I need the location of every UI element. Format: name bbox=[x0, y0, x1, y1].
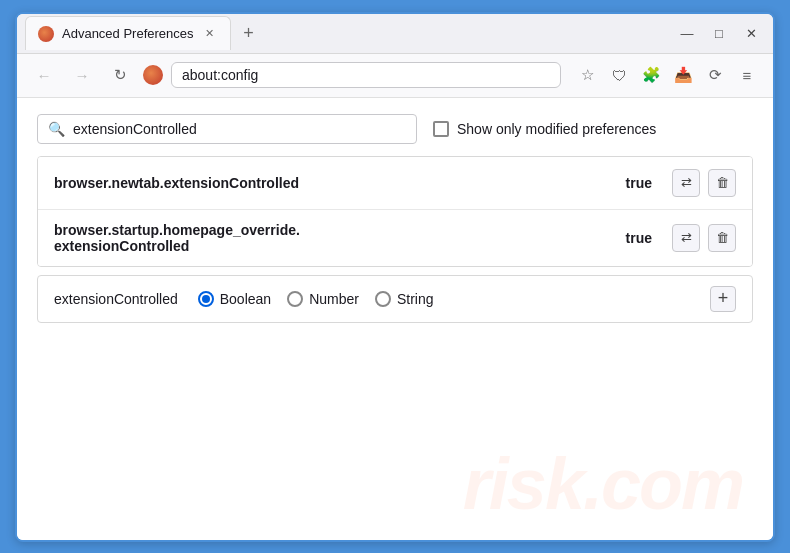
radio-string-label: String bbox=[397, 291, 434, 307]
search-box[interactable]: 🔍 bbox=[37, 114, 417, 144]
radio-string[interactable]: String bbox=[375, 291, 434, 307]
window-controls: — □ ✕ bbox=[673, 19, 765, 47]
pref-name-2-line2: extensionControlled bbox=[54, 238, 189, 254]
nav-bar: ← → ↻ about:config ☆ 🛡 🧩 📥 ⟳ ≡ bbox=[17, 54, 773, 98]
tab-favicon bbox=[38, 26, 54, 42]
radio-number-circle[interactable] bbox=[287, 291, 303, 307]
extension-icon[interactable]: 🧩 bbox=[637, 61, 665, 89]
menu-icon[interactable]: ≡ bbox=[733, 61, 761, 89]
sync-icon[interactable]: ⟳ bbox=[701, 61, 729, 89]
refresh-icon: ↻ bbox=[114, 66, 127, 84]
show-modified-label[interactable]: Show only modified preferences bbox=[433, 121, 656, 137]
results-table: browser.newtab.extensionControlled true … bbox=[37, 156, 753, 267]
add-pref-button[interactable]: + bbox=[710, 286, 736, 312]
row-2-actions: ⇄ 🗑 bbox=[672, 224, 736, 252]
pref-value-2: true bbox=[626, 230, 652, 246]
minimize-button[interactable]: — bbox=[673, 19, 701, 47]
arrows-icon-2: ⇄ bbox=[681, 230, 692, 245]
search-input[interactable] bbox=[73, 121, 406, 137]
browser-window: Advanced Preferences ✕ + — □ ✕ ← → ↻ abo… bbox=[15, 12, 775, 542]
pref-name-2: browser.startup.homepage_override. exten… bbox=[54, 222, 614, 254]
show-modified-checkbox[interactable] bbox=[433, 121, 449, 137]
firefox-logo bbox=[143, 65, 163, 85]
nav-icons-group: ☆ 🛡 🧩 📥 ⟳ ≡ bbox=[573, 61, 761, 89]
delete-button-2[interactable]: 🗑 bbox=[708, 224, 736, 252]
pref-value-1: true bbox=[626, 175, 652, 191]
toggle-button-2[interactable]: ⇄ bbox=[672, 224, 700, 252]
trash-icon-2: 🗑 bbox=[716, 230, 729, 245]
download-icon[interactable]: 📥 bbox=[669, 61, 697, 89]
new-pref-name: extensionControlled bbox=[54, 291, 178, 307]
table-row: browser.startup.homepage_override. exten… bbox=[38, 210, 752, 266]
radio-string-circle[interactable] bbox=[375, 291, 391, 307]
arrows-icon: ⇄ bbox=[681, 175, 692, 190]
refresh-button[interactable]: ↻ bbox=[105, 60, 135, 90]
radio-number[interactable]: Number bbox=[287, 291, 359, 307]
pref-name-1: browser.newtab.extensionControlled bbox=[54, 175, 614, 191]
radio-number-label: Number bbox=[309, 291, 359, 307]
back-button[interactable]: ← bbox=[29, 60, 59, 90]
browser-tab[interactable]: Advanced Preferences ✕ bbox=[25, 16, 231, 50]
close-button[interactable]: ✕ bbox=[737, 19, 765, 47]
delete-button-1[interactable]: 🗑 bbox=[708, 169, 736, 197]
watermark: risk.com bbox=[463, 448, 743, 520]
new-tab-button[interactable]: + bbox=[235, 19, 263, 47]
forward-button[interactable]: → bbox=[67, 60, 97, 90]
tab-title: Advanced Preferences bbox=[62, 26, 194, 41]
row-1-actions: ⇄ 🗑 bbox=[672, 169, 736, 197]
trash-icon: 🗑 bbox=[716, 175, 729, 190]
back-icon: ← bbox=[37, 67, 52, 84]
toggle-button-1[interactable]: ⇄ bbox=[672, 169, 700, 197]
address-bar[interactable]: about:config bbox=[171, 62, 561, 88]
content-area: 🔍 Show only modified preferences browser… bbox=[17, 98, 773, 540]
address-text: about:config bbox=[182, 67, 550, 83]
show-modified-text: Show only modified preferences bbox=[457, 121, 656, 137]
pref-name-2-line1: browser.startup.homepage_override. bbox=[54, 222, 300, 238]
bookmark-icon[interactable]: ☆ bbox=[573, 61, 601, 89]
forward-icon: → bbox=[75, 67, 90, 84]
shield-icon[interactable]: 🛡 bbox=[605, 61, 633, 89]
radio-boolean-label: Boolean bbox=[220, 291, 271, 307]
add-preference-row: extensionControlled Boolean Number Strin… bbox=[37, 275, 753, 323]
radio-boolean-circle[interactable] bbox=[198, 291, 214, 307]
radio-boolean[interactable]: Boolean bbox=[198, 291, 271, 307]
tab-close-button[interactable]: ✕ bbox=[202, 26, 218, 42]
type-radio-group: Boolean Number String bbox=[198, 291, 434, 307]
search-container: 🔍 Show only modified preferences bbox=[37, 114, 753, 144]
table-row: browser.newtab.extensionControlled true … bbox=[38, 157, 752, 210]
title-bar: Advanced Preferences ✕ + — □ ✕ bbox=[17, 14, 773, 54]
search-icon: 🔍 bbox=[48, 121, 65, 137]
maximize-button[interactable]: □ bbox=[705, 19, 733, 47]
